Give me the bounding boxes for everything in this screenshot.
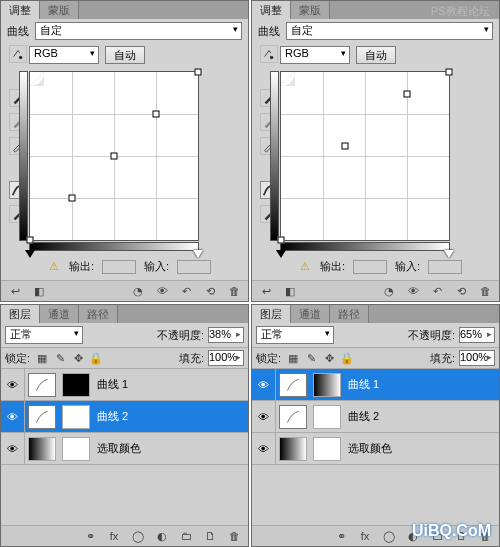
tab-adjust[interactable]: 调整 [252, 1, 291, 19]
layer-row[interactable]: 👁 选取颜色 [1, 433, 248, 465]
fx-icon[interactable]: fx [357, 529, 373, 543]
input-field[interactable] [428, 260, 462, 274]
curve-handle[interactable] [69, 195, 76, 202]
tab-mask[interactable]: 蒙版 [291, 1, 330, 19]
tab-paths[interactable]: 路径 [330, 305, 369, 323]
layer-row[interactable]: 👁 曲线 2 [1, 401, 248, 433]
blend-mode-select[interactable]: 正常 [5, 326, 83, 344]
clip-icon[interactable]: ◔ [381, 284, 397, 298]
tab-channels[interactable]: 通道 [40, 305, 79, 323]
eye-icon[interactable]: 👁 [154, 284, 170, 298]
fx-icon[interactable]: fx [106, 529, 122, 543]
fill-input[interactable]: 100% [459, 350, 495, 366]
target-adjust-icon[interactable] [260, 45, 278, 63]
mask-thumb[interactable] [313, 437, 341, 461]
white-point-slider[interactable] [193, 250, 203, 258]
auto-button[interactable]: 自动 [356, 46, 396, 64]
fill-input[interactable]: 100% [208, 350, 244, 366]
input-field[interactable] [177, 260, 211, 274]
opacity-input[interactable]: 38% [208, 327, 244, 343]
opacity-input[interactable]: 65% [459, 327, 495, 343]
tab-mask[interactable]: 蒙版 [40, 1, 79, 19]
adjustment-thumb[interactable] [28, 437, 56, 461]
black-point-slider[interactable] [25, 250, 35, 258]
group-icon[interactable]: 🗀 [178, 529, 194, 543]
adjustment-thumb[interactable] [28, 373, 56, 397]
white-point-slider[interactable] [444, 250, 454, 258]
layer-name[interactable]: 曲线 1 [348, 377, 379, 392]
output-field[interactable] [102, 260, 136, 274]
visibility-toggle[interactable]: 👁 [1, 369, 25, 400]
mask-thumb[interactable] [62, 437, 90, 461]
layer-name[interactable]: 曲线 2 [97, 409, 128, 424]
adjustment-thumb[interactable] [279, 373, 307, 397]
mask-icon[interactable]: ◯ [130, 529, 146, 543]
curve-handle[interactable] [446, 69, 453, 76]
return-layer-icon[interactable]: ↩ [7, 284, 23, 298]
link-icon[interactable]: ⚭ [333, 529, 349, 543]
reset-prev-icon[interactable]: ↶ [178, 284, 194, 298]
lock-all-icon[interactable]: 🔒 [339, 351, 355, 365]
curve-handle[interactable] [111, 153, 118, 160]
lock-transparent-icon[interactable]: ▦ [285, 351, 301, 365]
eye-icon[interactable]: 👁 [405, 284, 421, 298]
adjustment-thumb[interactable] [279, 405, 307, 429]
link-icon[interactable]: ⚭ [82, 529, 98, 543]
reset-prev-icon[interactable]: ↶ [429, 284, 445, 298]
channel-select[interactable]: RGB [280, 46, 350, 64]
lock-position-icon[interactable]: ✥ [321, 351, 337, 365]
curve-handle[interactable] [195, 69, 202, 76]
tab-layers[interactable]: 图层 [252, 305, 291, 323]
trash-icon[interactable]: 🗑 [226, 284, 242, 298]
visibility-toggle[interactable]: 👁 [252, 433, 276, 464]
curves-graph[interactable] [29, 71, 199, 241]
visibility-toggle[interactable]: 👁 [252, 369, 276, 400]
lock-all-icon[interactable]: 🔒 [88, 351, 104, 365]
blend-mode-select[interactable]: 正常 [256, 326, 334, 344]
lock-transparent-icon[interactable]: ▦ [34, 351, 50, 365]
trash-icon[interactable]: 🗑 [477, 284, 493, 298]
curve-handle[interactable] [278, 237, 285, 244]
tab-adjust[interactable]: 调整 [1, 1, 40, 19]
adjustment-thumb[interactable] [279, 437, 307, 461]
curve-handle[interactable] [153, 111, 160, 118]
preset-select[interactable]: 自定 [35, 22, 242, 40]
layer-row[interactable]: 👁 曲线 2 [252, 401, 499, 433]
mask-icon[interactable]: ◯ [381, 529, 397, 543]
mask-thumb[interactable] [313, 373, 341, 397]
layer-row[interactable]: 👁 曲线 1 [252, 369, 499, 401]
layer-row[interactable]: 👁 曲线 1 [1, 369, 248, 401]
layer-name[interactable]: 选取颜色 [97, 441, 141, 456]
trash-icon[interactable]: 🗑 [226, 529, 242, 543]
layer-name[interactable]: 曲线 2 [348, 409, 379, 424]
curves-graph[interactable] [280, 71, 450, 241]
output-field[interactable] [353, 260, 387, 274]
curve-handle[interactable] [27, 237, 34, 244]
new-layer-icon[interactable]: 🗋 [202, 529, 218, 543]
expand-icon[interactable]: ◧ [31, 284, 47, 298]
mask-thumb[interactable] [62, 405, 90, 429]
preset-select[interactable]: 自定 [286, 22, 493, 40]
lock-position-icon[interactable]: ✥ [70, 351, 86, 365]
layer-name[interactable]: 选取颜色 [348, 441, 392, 456]
curve-handle[interactable] [341, 142, 348, 149]
reset-icon[interactable]: ⟲ [453, 284, 469, 298]
visibility-toggle[interactable]: 👁 [1, 401, 25, 432]
channel-select[interactable]: RGB [29, 46, 99, 64]
expand-icon[interactable]: ◧ [282, 284, 298, 298]
reset-icon[interactable]: ⟲ [202, 284, 218, 298]
adjustment-thumb[interactable] [28, 405, 56, 429]
return-layer-icon[interactable]: ↩ [258, 284, 274, 298]
mask-thumb[interactable] [62, 373, 90, 397]
tab-paths[interactable]: 路径 [79, 305, 118, 323]
auto-button[interactable]: 自动 [105, 46, 145, 64]
visibility-toggle[interactable]: 👁 [252, 401, 276, 432]
target-adjust-icon[interactable] [9, 45, 27, 63]
lock-pixels-icon[interactable]: ✎ [52, 351, 68, 365]
layer-name[interactable]: 曲线 1 [97, 377, 128, 392]
tab-channels[interactable]: 通道 [291, 305, 330, 323]
visibility-toggle[interactable]: 👁 [1, 433, 25, 464]
curve-handle[interactable] [404, 90, 411, 97]
black-point-slider[interactable] [276, 250, 286, 258]
tab-layers[interactable]: 图层 [1, 305, 40, 323]
